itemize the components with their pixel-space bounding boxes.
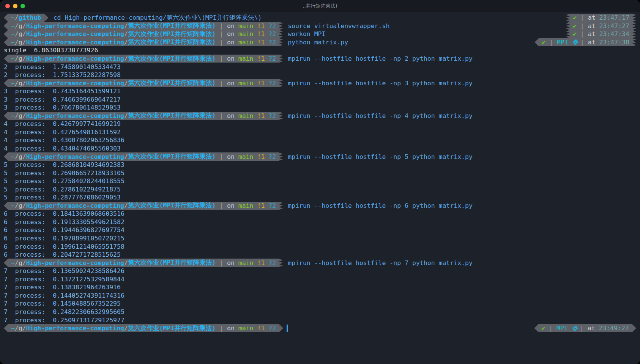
prompt-token-blue: ?2 bbox=[265, 202, 276, 209]
prompt-token-slash: / bbox=[15, 153, 19, 160]
prompt-token-blue: ?2 bbox=[265, 80, 276, 87]
terminal-row: single 6.863003730773926 bbox=[0, 46, 640, 55]
status-ok-check-icon: ✔ bbox=[573, 30, 577, 38]
terminal-row: 5 process: 0.26906657218933105 bbox=[0, 169, 640, 177]
prompt-token-dir: High-performance-computing bbox=[26, 30, 124, 38]
output-text: 5 process: 0.27584028244018555 bbox=[4, 177, 125, 185]
prompt-token-slash: / bbox=[22, 30, 26, 38]
terminal-row: ~/g/High-performance-computing/第六次作业(MPI… bbox=[0, 112, 640, 120]
prompt-body: ~/g/High-performance-computing/第六次作业(MPI… bbox=[8, 324, 279, 333]
status-separator: | bbox=[545, 325, 556, 332]
output-text: 3 process: 0.7435164451599121 bbox=[4, 88, 121, 95]
terminal-content[interactable]: ~/githubcd High-performance-computing/第六… bbox=[0, 12, 640, 364]
prompt-token-slash: / bbox=[124, 39, 128, 46]
prompt-token-slash: / bbox=[22, 259, 26, 267]
terminal-row: 5 process: 0.2786102294921875 bbox=[0, 185, 640, 193]
text-cursor[interactable] bbox=[287, 325, 288, 332]
prompt-token-on: on bbox=[227, 259, 238, 267]
prompt-body: ~/g/High-performance-computing/第六次作业(MPI… bbox=[8, 22, 279, 30]
prompt-token-slash: / bbox=[124, 259, 128, 267]
prompt-token-green: main bbox=[238, 55, 254, 62]
prompt-token-dir: High-performance-computing bbox=[26, 325, 124, 332]
traffic-lights bbox=[5, 4, 25, 8]
terminal-row: 4 process: 0.4276549816131592 bbox=[0, 128, 640, 136]
minimize-button[interactable] bbox=[13, 4, 17, 8]
powerline-arrow-icon bbox=[44, 14, 48, 22]
terminal-row: 5 process: 0.2877767086029053 bbox=[0, 193, 640, 202]
terminal-row: 7 process: 0.1383821964263916 bbox=[0, 283, 640, 292]
status-separator: | bbox=[580, 39, 588, 46]
powerline-left-cap-icon bbox=[4, 152, 8, 161]
command-text: python matrix.py bbox=[288, 39, 348, 46]
python-logo-icon bbox=[572, 325, 578, 331]
prompt-body: ~/g/High-performance-computing/第六次作业(MPI… bbox=[8, 152, 279, 161]
powerline-zigzag-icon bbox=[632, 38, 636, 47]
titlebar[interactable]: ..并行矩阵乘法) bbox=[0, 0, 640, 12]
prompt-body: ~/g/High-performance-computing/第六次作业(MPI… bbox=[8, 79, 279, 87]
output-text: 5 process: 0.26906657218933105 bbox=[4, 169, 125, 177]
prompt-token-yellow: !1 bbox=[254, 112, 265, 119]
prompt-token-yellow: !1 bbox=[254, 55, 265, 62]
zoom-button[interactable] bbox=[20, 4, 25, 8]
terminal-row: ~/g/High-performance-computing/第六次作业(MPI… bbox=[0, 79, 640, 87]
powerline-left-cap-icon bbox=[4, 14, 8, 22]
command-text: mpirun --hostfile hostfile -np 3 python … bbox=[288, 80, 473, 87]
right-status-body: ✔ | at 23:47:34 bbox=[570, 30, 632, 38]
prompt-segment: ~/g/High-performance-computing/第六次作业(MPI… bbox=[4, 259, 283, 267]
prompt-body: ~/g/High-performance-computing/第六次作业(MPI… bbox=[8, 30, 279, 38]
prompt-token-blue: ?2 bbox=[265, 39, 276, 46]
prompt-token-blue: ?2 bbox=[265, 259, 276, 267]
powerline-zigzag-icon bbox=[279, 22, 283, 30]
prompt-token-cjk: 第六次作业(MPI并行矩阵乘法) bbox=[128, 22, 216, 30]
powerline-zigzag-icon bbox=[279, 55, 283, 63]
prompt-segment: ~/g/High-performance-computing/第六次作业(MPI… bbox=[4, 55, 283, 63]
status-ok-check-icon: ✔ bbox=[542, 39, 545, 46]
output-text: 4 process: 0.43007802963256836 bbox=[4, 136, 125, 144]
prompt-token-slash: / bbox=[124, 22, 128, 30]
powerline-zigzag-icon bbox=[632, 22, 636, 30]
powerline-arrow-icon bbox=[632, 324, 636, 333]
close-button[interactable] bbox=[5, 4, 10, 8]
prompt-token-dim: g bbox=[19, 325, 22, 332]
right-status-segment: ✔ | at 23:47:27 bbox=[566, 22, 636, 30]
prompt-segment: ~/g/High-performance-computing/第六次作业(MPI… bbox=[4, 202, 283, 210]
prompt-token-bar: | bbox=[216, 112, 227, 119]
terminal-row: 5 process: 0.27584028244018555 bbox=[0, 177, 640, 185]
prompt-token-tilde: ~ bbox=[11, 14, 15, 21]
prompt-token-slash: / bbox=[22, 112, 26, 119]
prompt-token-cjk: 第六次作业(MPI并行矩阵乘法) bbox=[128, 152, 216, 161]
prompt-token-on: on bbox=[227, 39, 238, 46]
python-logo-icon bbox=[572, 39, 579, 45]
prompt-segment: ~/g/High-performance-computing/第六次作业(MPI… bbox=[4, 324, 283, 333]
output-text: 7 process: 0.25097131729125977 bbox=[4, 317, 125, 324]
powerline-zigzag-icon bbox=[566, 22, 570, 30]
terminal-row: ~/g/High-performance-computing/第六次作业(MPI… bbox=[0, 22, 640, 30]
right-status-body: ✔ | at 23:47:17 bbox=[570, 14, 632, 22]
prompt-token-blue: ?2 bbox=[265, 325, 276, 332]
prompt-token-cjk: 第六次作业(MPI并行矩阵乘法) bbox=[128, 55, 216, 63]
prompt-token-dir: High-performance-computing bbox=[26, 202, 124, 209]
prompt-token-green: main bbox=[238, 30, 254, 38]
output-text: 6 process: 0.19446396827697754 bbox=[4, 226, 125, 234]
prompt-body: ~/g/High-performance-computing/第六次作业(MPI… bbox=[8, 112, 279, 120]
powerline-zigzag-icon bbox=[279, 30, 283, 38]
prompt-token-dir: High-performance-computing bbox=[26, 153, 124, 160]
prompt-token-bar: | bbox=[216, 55, 227, 62]
prompt-token-yellow: !1 bbox=[254, 202, 265, 209]
command-text: mpirun --hostfile hostfile -np 2 python … bbox=[288, 55, 473, 62]
prompt-token-yellow: !1 bbox=[254, 80, 265, 87]
prompt-token-slash: / bbox=[124, 325, 128, 332]
prompt-segment: ~/g/High-performance-computing/第六次作业(MPI… bbox=[4, 30, 283, 38]
command-text: mpirun --hostfile hostfile -np 4 python … bbox=[288, 112, 473, 119]
prompt-token-slash: / bbox=[15, 202, 19, 209]
output-text: 6 process: 0.19961214065551758 bbox=[4, 243, 125, 250]
output-text: 5 process: 0.26868104934692383 bbox=[4, 161, 125, 168]
prompt-token-slash: / bbox=[22, 153, 26, 160]
prompt-token-on: on bbox=[227, 325, 238, 332]
powerline-zigzag-icon bbox=[279, 38, 283, 47]
prompt-token-tilde: ~ bbox=[11, 39, 15, 46]
prompt-token-yellow: !1 bbox=[254, 153, 265, 160]
terminal-row: 4 process: 0.4267997741699219 bbox=[0, 120, 640, 128]
command-text: mpirun --hostfile hostfile -np 6 python … bbox=[288, 202, 473, 209]
prompt-token-on: on bbox=[227, 153, 238, 160]
